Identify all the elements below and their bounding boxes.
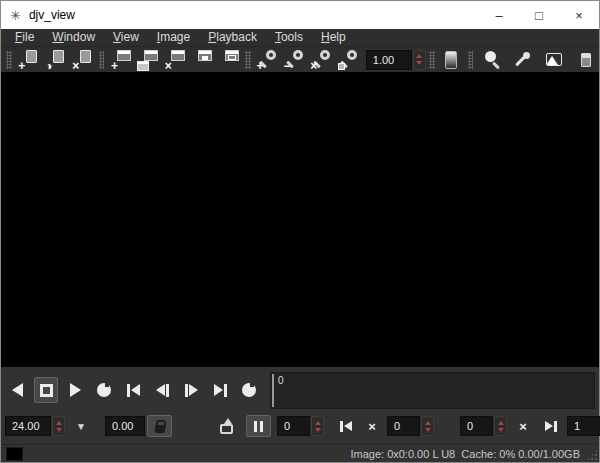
fit-window-button[interactable] xyxy=(188,48,215,72)
image-viewport[interactable] xyxy=(1,72,599,367)
in-point-spinner[interactable] xyxy=(421,416,434,436)
zoom-out-button[interactable]: − xyxy=(281,48,308,72)
histogram-button[interactable] xyxy=(540,48,567,72)
duplicate-window-icon xyxy=(137,50,159,70)
toolbar: + ◑ × + × xyxy=(1,46,599,72)
in-point-spinbox xyxy=(387,416,434,436)
menu-image[interactable]: Image xyxy=(148,29,199,46)
spin-up-icon[interactable] xyxy=(56,421,62,425)
spin-down-icon[interactable] xyxy=(315,428,321,432)
current-frame-spinbox xyxy=(277,416,324,436)
menu-playback[interactable]: Playback xyxy=(199,29,266,46)
toolbar-grip-view[interactable] xyxy=(245,51,251,69)
mark-in-point-button[interactable] xyxy=(336,421,356,432)
in-out-points-button[interactable] xyxy=(237,377,261,403)
dropdown-icon: ▼ xyxy=(76,421,86,432)
frame-lock-button[interactable] xyxy=(147,415,172,437)
go-to-start-button[interactable] xyxy=(121,377,145,403)
spin-down-icon[interactable] xyxy=(56,428,62,432)
out-point-spinner[interactable] xyxy=(494,416,507,436)
spin-up-icon[interactable] xyxy=(425,421,431,425)
menu-file[interactable]: File xyxy=(6,29,43,46)
reverse-play-icon xyxy=(12,383,23,397)
close-button[interactable]: × xyxy=(559,1,599,29)
shuttle-button[interactable] xyxy=(214,419,238,434)
speed-spinner[interactable] xyxy=(52,416,65,436)
mark-out-point-button[interactable] xyxy=(541,421,561,432)
information-button[interactable] xyxy=(572,48,599,72)
duplicate-window-button[interactable] xyxy=(134,48,161,72)
play-button[interactable] xyxy=(63,377,87,403)
magnify-tool-button[interactable] xyxy=(476,48,503,72)
close-window-button[interactable]: × xyxy=(161,48,188,72)
reset-in-point-button[interactable]: × xyxy=(362,420,382,433)
zoom-reset-button[interactable]: × xyxy=(308,48,335,72)
spin-down-icon[interactable] xyxy=(498,428,504,432)
in-point-input[interactable] xyxy=(387,416,420,436)
magnify-icon xyxy=(479,50,501,70)
spin-down-icon[interactable] xyxy=(425,428,431,432)
toolbar-grip-display[interactable] xyxy=(429,51,435,69)
fit-window-icon xyxy=(191,50,213,70)
play-icon xyxy=(70,383,81,397)
loop-mode-button[interactable] xyxy=(92,377,116,403)
spin-down-icon[interactable] xyxy=(416,61,422,65)
speed-input[interactable] xyxy=(5,416,51,436)
spin-up-icon[interactable] xyxy=(315,421,321,425)
image-info: Image: 0x0:0.00 L U8 xyxy=(350,448,455,460)
current-frame-input[interactable] xyxy=(277,416,310,436)
pause-button[interactable] xyxy=(246,415,271,437)
zoom-in-button[interactable]: + xyxy=(254,48,281,72)
current-frame-spinner[interactable] xyxy=(311,416,324,436)
timeline-slider[interactable]: 0 xyxy=(270,372,595,409)
pause-icon xyxy=(254,421,263,432)
timeline-frame-label: 0 xyxy=(278,375,284,386)
speed-menu-button[interactable]: ▼ xyxy=(69,421,93,432)
display-profile-button[interactable] xyxy=(438,48,465,72)
menu-view[interactable]: View xyxy=(104,29,148,46)
zoom-spinbox xyxy=(366,50,426,70)
status-info: Image: 0x0:0.00 L U8 Cache: 0% 0.00/1.00… xyxy=(350,448,594,460)
toolbar-grip-tools[interactable] xyxy=(468,51,474,69)
information-icon xyxy=(581,53,591,67)
reset-out-icon: × xyxy=(519,420,527,433)
out-point-input[interactable] xyxy=(460,416,493,436)
spin-up-icon[interactable] xyxy=(416,54,422,58)
go-to-start-icon xyxy=(127,384,140,397)
zoom-value-input[interactable] xyxy=(366,50,412,70)
next-frame-button[interactable] xyxy=(179,377,203,403)
reverse-play-button[interactable] xyxy=(5,377,29,403)
reset-in-icon: × xyxy=(368,420,376,433)
new-window-button[interactable]: + xyxy=(107,48,134,72)
stop-button[interactable] xyxy=(34,377,58,403)
reload-file-button[interactable]: ◑ xyxy=(42,48,69,72)
toolbar-grip-window[interactable] xyxy=(99,51,105,69)
open-file-button[interactable]: + xyxy=(15,48,42,72)
reset-out-point-button[interactable]: × xyxy=(513,420,533,433)
menu-tools[interactable]: Tools xyxy=(266,29,312,46)
transport-row: 0 xyxy=(5,370,595,410)
toolbar-grip-file[interactable] xyxy=(6,51,12,69)
fullscreen-icon xyxy=(218,50,240,70)
go-to-end-button[interactable] xyxy=(208,377,232,403)
reload-file-icon: ◑ xyxy=(44,50,66,70)
previous-frame-button[interactable] xyxy=(150,377,174,403)
color-picker-icon xyxy=(513,52,531,68)
new-window-icon: + xyxy=(110,50,132,70)
zoom-spinner[interactable] xyxy=(413,50,426,70)
open-file-icon: + xyxy=(17,50,39,70)
minimize-button[interactable]: – xyxy=(479,1,519,29)
close-file-button[interactable]: × xyxy=(69,48,96,72)
duration-display xyxy=(567,416,600,436)
color-picker-button[interactable] xyxy=(508,48,535,72)
mark-out-icon xyxy=(545,421,557,432)
playback-controls-row: ▼ × xyxy=(5,415,595,437)
current-frame-marker[interactable] xyxy=(272,374,274,407)
app-icon: ✳ xyxy=(10,9,21,22)
spin-up-icon[interactable] xyxy=(498,421,504,425)
maximize-button[interactable]: □ xyxy=(519,1,559,29)
menu-help[interactable]: Help xyxy=(312,29,355,46)
menu-window[interactable]: Window xyxy=(43,29,104,46)
fullscreen-button[interactable] xyxy=(215,48,242,72)
fit-image-button[interactable] xyxy=(335,48,362,72)
